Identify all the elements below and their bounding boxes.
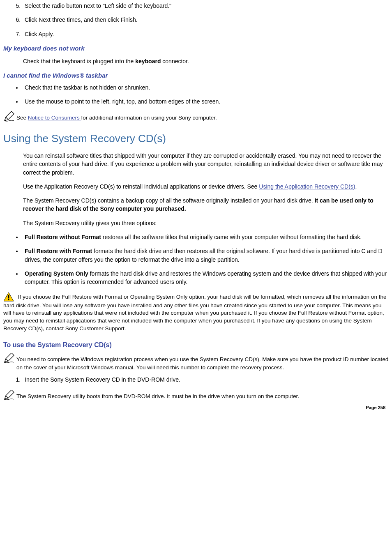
text: connector. [161, 58, 189, 64]
text-bold: Full Restore without Format [25, 234, 101, 240]
text: restores all the software titles that or… [101, 234, 362, 240]
paragraph: Use the Application Recovery CD(s) to re… [23, 182, 389, 191]
text: Use the Application Recovery CD(s) to re… [23, 183, 259, 190]
recovery-steps: Insert the Sony System Recovery CD in th… [3, 375, 389, 384]
paragraph: The System Recovery CD(s) contains a bac… [23, 196, 389, 213]
text-bold: Operating System Only [25, 270, 88, 277]
note-block: See Notice to Consumers for additional i… [3, 111, 389, 122]
pencil-icon [3, 390, 15, 401]
paragraph: Check that the keyboard is plugged into … [23, 57, 389, 65]
list-item: Check that the taskbar is not hidden or … [22, 83, 389, 92]
step-item: Click Next three times, and then click F… [22, 16, 389, 24]
link-app-recovery-cd[interactable]: Using the Application Recovery CD(s) [259, 183, 355, 190]
heading-system-recovery: Using the System Recovery CD(s) [3, 131, 389, 147]
text: . [355, 183, 357, 190]
paragraph: You can reinstall software titles that s… [23, 152, 389, 177]
note-text: The System Recovery utility boots from t… [16, 390, 389, 401]
list-item: Operating System Only formats the hard d… [22, 269, 389, 286]
pencil-icon [3, 353, 15, 364]
warning-text: If you choose the Full Restore with Form… [3, 293, 386, 332]
list-item: Full Restore without Format restores all… [22, 233, 389, 241]
text: The System Recovery CD(s) contains a bac… [23, 197, 315, 204]
heading-keyboard-not-work: My keyboard does not work [3, 44, 389, 53]
list-item: Use the mouse to point to the left, righ… [22, 97, 389, 106]
pencil-icon [3, 111, 15, 122]
note-block: The System Recovery utility boots from t… [3, 390, 389, 401]
bullet-list: Check that the taskbar is not hidden or … [3, 83, 389, 106]
warning-block: If you choose the Full Restore with Form… [3, 292, 389, 333]
heading-to-use-recovery: To use the System Recovery CD(s) [3, 340, 389, 350]
step-item: Click Apply. [22, 30, 389, 38]
options-list: Full Restore without Format restores all… [3, 233, 389, 286]
text-bold: Full Restore with Format [25, 248, 92, 254]
link-notice-consumers[interactable]: Notice to Consumers [28, 115, 81, 121]
step-item: Select the radio button next to "Left si… [22, 2, 389, 10]
text: Check that the keyboard is plugged into … [23, 58, 135, 64]
heading-taskbar: I cannot find the Windows® taskbar [3, 71, 389, 80]
numbered-steps-continued: Select the radio button next to "Left si… [3, 2, 389, 38]
note-text: See Notice to Consumers for additional i… [16, 111, 389, 122]
text-bold: keyboard [135, 58, 161, 64]
text: See [16, 115, 28, 121]
list-item: Full Restore with Format formats the har… [22, 247, 389, 264]
paragraph: The System Recovery utility gives you th… [23, 219, 389, 227]
note-text: You need to complete the Windows registr… [16, 353, 389, 371]
text: for additional information on using your… [81, 115, 217, 121]
page-number: Page 258 [3, 405, 385, 411]
step-item: Insert the Sony System Recovery CD in th… [22, 375, 389, 384]
note-block: You need to complete the Windows registr… [3, 353, 389, 371]
warning-icon [3, 292, 14, 302]
